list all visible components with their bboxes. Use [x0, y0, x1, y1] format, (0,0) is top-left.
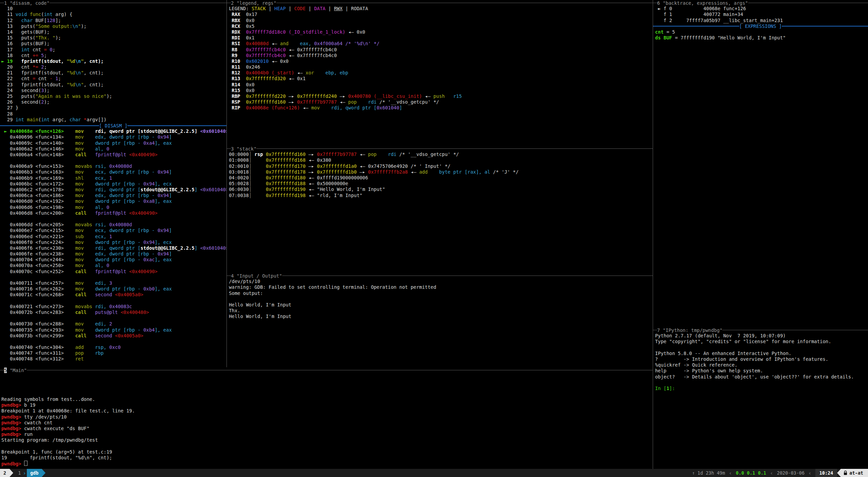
terminal-line: 14 gets(BUF);	[0, 29, 227, 35]
terminal-line: 0x40070c <func+252> call fprintf@plt <0x…	[0, 269, 227, 275]
terminal-line: RDI 0x1	[227, 35, 653, 41]
terminal-line: RSP 0x7fffffffd160 —▸ 0x7ffff7b97787 ◂— …	[227, 99, 653, 105]
status-bar-right: ↑ 1d 23h 49m ‹ 0.0 0.1 0.1 ‹ 2020-03-06 …	[692, 469, 868, 477]
terminal-line: 07:0038│ 0x7fffffffd198 ◂— "rld, I'm Inp…	[227, 193, 653, 198]
terminal-line: 0x400716 <func+262> mov dword ptr [rbp -…	[0, 286, 227, 292]
terminal-line: IPython 5.8.0 -- An enhanced Interactive…	[653, 351, 868, 356]
pane-border-line	[227, 276, 231, 276]
terminal-line: warning: GDB: Failed to set controlling …	[227, 284, 653, 290]
pane-title-6: 6 "backtrace, expressions, args"	[653, 0, 868, 6]
terminal-line: pwndbg> cwatch cnt	[0, 420, 653, 426]
terminal-line: Some output:	[227, 290, 653, 296]
pane-legend-regs[interactable]: 2 "legend, regs"LEGEND: STACK | HEAP | C…	[227, 0, 653, 146]
terminal-line	[653, 380, 868, 386]
terminal-line: 0x4006f6 <func+230> mov rdi, qword ptr […	[0, 245, 227, 251]
pane-number: 1	[4, 0, 7, 6]
terminal-line: 0x4006d0 <func+192> mov dword ptr [rbp -…	[0, 198, 227, 204]
pane-divider-vertical-right[interactable]	[653, 0, 653, 469]
terminal-line: 29 int main(int argc, char *argv[])	[0, 117, 227, 123]
terminal-line: 0x4006a4 <func+148> call fprintf@plt <0x…	[0, 152, 227, 158]
tmux-screen: 1 "disasm, code" 10 11 void func(int arg…	[0, 0, 868, 477]
terminal-line: 0x40069c <func+140> mov dword ptr [rbp -…	[0, 140, 227, 146]
terminal-line: R14 0x0	[227, 82, 653, 88]
terminal-line: 0x4006ed <func+221> sub ecx, 1	[0, 234, 227, 240]
terminal-line: 01:0008│ 0x7fffffffd168 ◂— 0x380	[227, 157, 653, 163]
terminal-line: R11 0x246	[227, 64, 653, 70]
lock-icon	[844, 471, 847, 475]
tmux-session-index[interactable]: 2	[0, 469, 10, 477]
divider-label: [ DISASM ]	[99, 123, 128, 128]
terminal-line: 24 second(3);	[0, 88, 227, 93]
terminal-line: 05:0028│ 0x7fffffffd188 ◂— 0x50000000e	[227, 181, 653, 187]
terminal-line: Starting program: /tmp/pwndbg/test	[0, 437, 653, 443]
pane-disasm-code[interactable]: 1 "disasm, code" 10 11 void func(int arg…	[0, 0, 227, 367]
pane-border-line	[227, 148, 231, 149]
terminal-line: 25 puts("Again as it was so nice");	[0, 93, 227, 99]
terminal-line	[0, 379, 653, 385]
tmux-active-window-index[interactable]: 1	[13, 470, 23, 476]
terminal-cursor[interactable]	[24, 461, 28, 466]
pane-title-text: "stack"	[234, 146, 256, 152]
pane-title-1: 1 "disasm, code"	[0, 0, 227, 6]
hostname-segment: at-at	[841, 469, 868, 477]
terminal-line: pwndbg> run	[0, 431, 653, 437]
terminal-line: 21 fprintf(stdout, "%d\n", cnt);	[0, 70, 227, 76]
terminal-line	[227, 296, 653, 302]
terminal-line: f 1 400772 main+34	[653, 12, 868, 17]
pane-ipython[interactable]: 7 "IPython: tmp/pwndbg"Python 2.7.17 (de…	[653, 327, 868, 469]
terminal-line	[0, 298, 227, 304]
tmux-active-window-name[interactable]: gdb	[27, 469, 42, 477]
terminal-line: 0x4006bc <func+172> mov dword ptr [rbp -…	[0, 181, 227, 187]
pane-main-console[interactable]: 5 "Main"Reading symbols from test...done…	[0, 367, 653, 469]
terminal-line: 0x400735 <func+293> mov dword ptr [rbp -…	[0, 327, 227, 333]
terminal-line: 0x4006d6 <func+198> mov al, 0	[0, 205, 227, 210]
pane-stack[interactable]: 3 "stack"00:0000│ rsp 0x7fffffffd160 —▸ …	[227, 146, 653, 273]
terminal-line: ► 0x40068e <func+126> mov rdi, qword ptr…	[0, 128, 227, 134]
terminal-line	[0, 339, 227, 344]
divider-line	[653, 26, 739, 26]
terminal-line: Thx.	[227, 308, 653, 314]
pane-title-3: 3 "stack"	[227, 146, 653, 152]
terminal-line	[0, 385, 653, 391]
terminal-line: 0x400747 <func+311> pop rbp	[0, 350, 227, 356]
pane-border-line	[276, 3, 653, 3]
terminal-line: 0x4006fe <func+238> mov edx, dword ptr […	[0, 251, 227, 257]
terminal-line: R12 0x4004b0 (_start) ◂— xor ebp, ebp	[227, 70, 653, 76]
terminal-line: 0x400704 <func+244> mov dword ptr [rbp -…	[0, 257, 227, 263]
section-divider: [ DISASM ]	[0, 123, 227, 128]
pane-title-text: "Input / Output"	[234, 273, 282, 279]
status-time: 10:24	[815, 469, 837, 477]
pane-title-text: "disasm, code"	[7, 0, 49, 6]
pane-divider-vertical-left[interactable]	[227, 0, 227, 367]
pane-border-line	[748, 3, 868, 3]
terminal-line: RDX 0x7ffff7dd18c0 (_IO_stdfile_1_lock) …	[227, 29, 653, 35]
terminal-line: 0x40073b <func+299> call second <0x4005a…	[0, 333, 227, 339]
pane-border-line	[282, 276, 653, 276]
terminal-line: 15 puts("Thx. ");	[0, 35, 227, 41]
terminal-line: 19 fprintf(stdout, "%d\n", cnt);	[0, 455, 653, 461]
separator-chevron-icon: ‹	[766, 470, 777, 476]
terminal-line: 0x4006c2 <func+178> mov rdi, qword ptr […	[0, 187, 227, 193]
powerline-arrow-icon	[10, 469, 13, 477]
terminal-line: RIP 0x40068e (func+126) ◂— mov rdi, qwor…	[227, 105, 653, 111]
terminal-line: 23 fprintf(stdout, "%d\n", cnt);	[0, 82, 227, 88]
hostname: at-at	[849, 470, 863, 476]
terminal-line: pwndbg> cwatch execute "ds BUF"	[0, 426, 653, 431]
pane-border-line	[256, 148, 653, 149]
terminal-line: 0x4006dd <func+205> movabs rsi, 0x40080d	[0, 222, 227, 228]
terminal-line: RCX 0x5	[227, 23, 653, 29]
terminal-line: 0x4006ca <func+186> mov edx, dword ptr […	[0, 193, 227, 198]
separator-chevron-icon: ‹	[725, 470, 736, 476]
terminal-line: help -> Python's own help system.	[653, 368, 868, 374]
terminal-line: 0x4006a2 <func+146> mov al, 0	[0, 146, 227, 152]
terminal-line: 10	[0, 6, 227, 12]
terminal-line: 0x4006d8 <func+200> call fprintf@plt <0x…	[0, 210, 227, 216]
pane-border-line	[722, 330, 868, 330]
pane-title-5: 5 "Main"	[0, 367, 653, 373]
pane-title-text: "legend, regs"	[234, 0, 276, 6]
pane-input-output[interactable]: 4 "Input / Output"/dev/pts/10warning: GD…	[227, 273, 653, 367]
pane-title-text: "Main"	[7, 368, 27, 373]
pane-backtrace-expressions[interactable]: 6 "backtrace, expressions, args" ► f 0 4…	[653, 0, 868, 327]
terminal-line: R13 0x7fffffffd320 ◂— 0x1	[227, 76, 653, 82]
pane-border-line	[0, 3, 4, 3]
